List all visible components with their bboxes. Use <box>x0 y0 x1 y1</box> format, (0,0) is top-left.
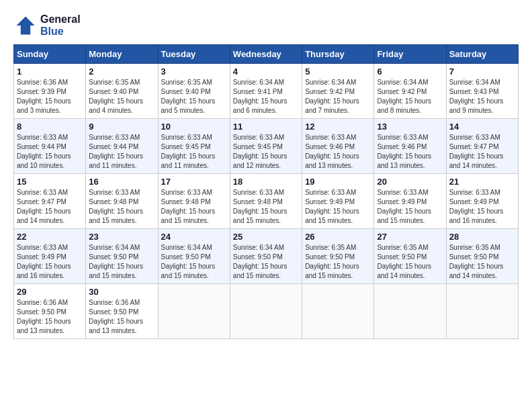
daylight-label: Daylight: 15 hours and 14 minutes. <box>17 208 71 224</box>
calendar-week-row: 15 Sunrise: 6:33 AM Sunset: 9:47 PM Dayl… <box>14 174 519 229</box>
daylight-label: Daylight: 15 hours and 10 minutes. <box>17 152 71 169</box>
sunrise-label: Sunrise: 6:35 AM <box>377 244 428 251</box>
sunrise-label: Sunrise: 6:33 AM <box>449 189 500 196</box>
sunrise-label: Sunrise: 6:36 AM <box>17 79 68 86</box>
day-info: Sunrise: 6:33 AM Sunset: 9:44 PM Dayligh… <box>89 133 154 171</box>
daylight-label: Daylight: 15 hours and 12 minutes. <box>233 152 287 169</box>
day-info: Sunrise: 6:33 AM Sunset: 9:47 PM Dayligh… <box>17 188 83 226</box>
calendar-day-cell: 11 Sunrise: 6:33 AM Sunset: 9:45 PM Dayl… <box>230 119 302 174</box>
day-number: 23 <box>89 232 154 242</box>
calendar-day-cell: 18 Sunrise: 6:33 AM Sunset: 9:48 PM Dayl… <box>230 174 302 229</box>
sunset-label: Sunset: 9:50 PM <box>377 253 427 261</box>
sunset-label: Sunset: 9:49 PM <box>449 198 499 205</box>
empty-cell <box>230 284 302 339</box>
day-number: 10 <box>161 122 227 132</box>
daylight-label: Daylight: 15 hours and 4 minutes. <box>89 97 143 114</box>
sunset-label: Sunset: 9:48 PM <box>161 198 211 205</box>
sunset-label: Sunset: 9:46 PM <box>305 143 355 150</box>
day-info: Sunrise: 6:33 AM Sunset: 9:49 PM Dayligh… <box>305 188 371 226</box>
daylight-label: Daylight: 15 hours and 14 minutes. <box>449 152 504 169</box>
day-info: Sunrise: 6:33 AM Sunset: 9:48 PM Dayligh… <box>89 188 154 226</box>
calendar-day-cell: 24 Sunrise: 6:34 AM Sunset: 9:50 PM Dayl… <box>158 229 230 284</box>
day-info: Sunrise: 6:34 AM Sunset: 9:41 PM Dayligh… <box>233 78 299 116</box>
calendar-day-cell: 22 Sunrise: 6:33 AM Sunset: 9:49 PM Dayl… <box>14 229 86 284</box>
daylight-label: Daylight: 15 hours and 15 minutes. <box>233 208 287 224</box>
sunrise-label: Sunrise: 6:35 AM <box>161 79 212 86</box>
day-number: 27 <box>377 232 443 242</box>
day-number: 3 <box>161 66 227 77</box>
day-info: Sunrise: 6:34 AM Sunset: 9:50 PM Dayligh… <box>89 243 154 281</box>
sunrise-label: Sunrise: 6:35 AM <box>305 244 356 251</box>
day-info: Sunrise: 6:36 AM Sunset: 9:50 PM Dayligh… <box>89 298 154 336</box>
day-info: Sunrise: 6:33 AM Sunset: 9:45 PM Dayligh… <box>233 133 299 171</box>
sunrise-label: Sunrise: 6:34 AM <box>233 244 284 251</box>
daylight-label: Daylight: 15 hours and 8 minutes. <box>377 97 431 114</box>
sunset-label: Sunset: 9:40 PM <box>89 88 138 95</box>
calendar-week-row: 1 Sunrise: 6:36 AM Sunset: 9:39 PM Dayli… <box>14 64 519 119</box>
sunset-label: Sunset: 9:50 PM <box>89 253 138 261</box>
calendar-day-cell: 3 Sunrise: 6:35 AM Sunset: 9:40 PM Dayli… <box>158 64 230 119</box>
sunrise-label: Sunrise: 6:33 AM <box>17 244 68 251</box>
sunrise-label: Sunrise: 6:33 AM <box>89 189 140 196</box>
day-number: 29 <box>17 287 83 297</box>
calendar-day-cell: 1 Sunrise: 6:36 AM Sunset: 9:39 PM Dayli… <box>14 64 86 119</box>
sunset-label: Sunset: 9:44 PM <box>17 143 66 150</box>
calendar-day-cell: 10 Sunrise: 6:33 AM Sunset: 9:45 PM Dayl… <box>158 119 230 174</box>
day-number: 19 <box>305 177 371 187</box>
sunset-label: Sunset: 9:48 PM <box>233 198 283 205</box>
calendar-day-cell: 9 Sunrise: 6:33 AM Sunset: 9:44 PM Dayli… <box>86 119 158 174</box>
calendar-table: SundayMondayTuesdayWednesdayThursdayFrid… <box>13 44 519 339</box>
calendar-day-cell: 2 Sunrise: 6:35 AM Sunset: 9:40 PM Dayli… <box>86 64 158 119</box>
day-info: Sunrise: 6:33 AM Sunset: 9:48 PM Dayligh… <box>161 188 227 226</box>
daylight-label: Daylight: 15 hours and 13 minutes. <box>17 318 71 334</box>
calendar-day-cell: 6 Sunrise: 6:34 AM Sunset: 9:42 PM Dayli… <box>374 64 446 119</box>
day-number: 25 <box>233 232 299 242</box>
sunrise-label: Sunrise: 6:33 AM <box>377 134 428 141</box>
sunset-label: Sunset: 9:40 PM <box>161 88 211 95</box>
day-info: Sunrise: 6:33 AM Sunset: 9:49 PM Dayligh… <box>377 188 443 226</box>
daylight-label: Daylight: 15 hours and 15 minutes. <box>305 263 359 279</box>
day-number: 21 <box>449 177 515 187</box>
daylight-label: Daylight: 15 hours and 13 minutes. <box>89 318 143 334</box>
sunset-label: Sunset: 9:49 PM <box>305 198 355 205</box>
sunrise-label: Sunrise: 6:33 AM <box>233 189 284 196</box>
daylight-label: Daylight: 15 hours and 15 minutes. <box>305 208 359 224</box>
day-number: 17 <box>161 177 227 187</box>
calendar-day-cell: 27 Sunrise: 6:35 AM Sunset: 9:50 PM Dayl… <box>374 229 446 284</box>
calendar-day-cell: 30 Sunrise: 6:36 AM Sunset: 9:50 PM Dayl… <box>86 284 158 339</box>
calendar-day-cell: 17 Sunrise: 6:33 AM Sunset: 9:48 PM Dayl… <box>158 174 230 229</box>
sunset-label: Sunset: 9:50 PM <box>449 253 499 261</box>
sunrise-label: Sunrise: 6:33 AM <box>233 134 284 141</box>
day-info: Sunrise: 6:36 AM Sunset: 9:50 PM Dayligh… <box>17 298 83 336</box>
sunset-label: Sunset: 9:50 PM <box>233 253 283 261</box>
sunset-label: Sunset: 9:43 PM <box>449 88 499 95</box>
sunset-label: Sunset: 9:48 PM <box>89 198 138 205</box>
day-of-week-header: Thursday <box>302 45 374 64</box>
calendar-day-cell: 14 Sunrise: 6:33 AM Sunset: 9:47 PM Dayl… <box>446 119 518 174</box>
day-number: 12 <box>305 122 371 132</box>
day-info: Sunrise: 6:33 AM Sunset: 9:44 PM Dayligh… <box>17 133 83 171</box>
sunset-label: Sunset: 9:49 PM <box>377 198 427 205</box>
calendar-day-cell: 21 Sunrise: 6:33 AM Sunset: 9:49 PM Dayl… <box>446 174 518 229</box>
sunrise-label: Sunrise: 6:34 AM <box>449 79 500 86</box>
sunset-label: Sunset: 9:50 PM <box>89 308 138 316</box>
day-number: 5 <box>305 66 371 77</box>
sunrise-label: Sunrise: 6:34 AM <box>377 79 428 86</box>
day-of-week-header: Monday <box>86 45 158 64</box>
calendar-day-cell: 23 Sunrise: 6:34 AM Sunset: 9:50 PM Dayl… <box>86 229 158 284</box>
day-number: 15 <box>17 177 83 187</box>
sunset-label: Sunset: 9:47 PM <box>17 198 66 205</box>
daylight-label: Daylight: 15 hours and 15 minutes. <box>233 263 287 279</box>
day-info: Sunrise: 6:33 AM Sunset: 9:49 PM Dayligh… <box>17 243 83 281</box>
daylight-label: Daylight: 15 hours and 16 minutes. <box>449 208 504 224</box>
sunset-label: Sunset: 9:45 PM <box>233 143 283 150</box>
sunrise-label: Sunrise: 6:36 AM <box>89 299 140 306</box>
day-number: 26 <box>305 232 371 242</box>
day-info: Sunrise: 6:33 AM Sunset: 9:48 PM Dayligh… <box>233 188 299 226</box>
calendar-day-cell: 4 Sunrise: 6:34 AM Sunset: 9:41 PM Dayli… <box>230 64 302 119</box>
sunrise-label: Sunrise: 6:33 AM <box>305 134 356 141</box>
daylight-label: Daylight: 15 hours and 15 minutes. <box>89 263 143 279</box>
calendar-week-row: 8 Sunrise: 6:33 AM Sunset: 9:44 PM Dayli… <box>14 119 519 174</box>
day-info: Sunrise: 6:34 AM Sunset: 9:50 PM Dayligh… <box>161 243 227 281</box>
day-of-week-header: Sunday <box>14 45 86 64</box>
